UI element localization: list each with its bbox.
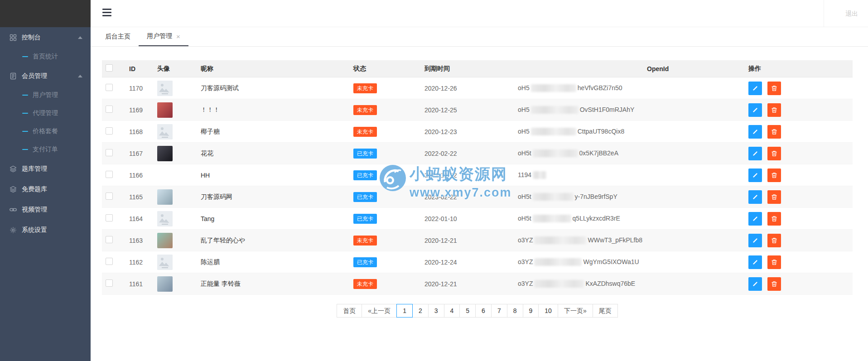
nickname: 乱了年轻的心や xyxy=(201,236,353,245)
openid-value: o3YZWgYmG5IXOWa1U xyxy=(518,258,748,266)
header-openid: OpenId xyxy=(518,65,748,72)
page-button-8[interactable]: 7 xyxy=(491,304,507,318)
edit-button[interactable] xyxy=(748,277,762,291)
delete-button[interactable] xyxy=(767,234,781,247)
delete-button[interactable] xyxy=(767,190,781,204)
row-checkbox[interactable] xyxy=(106,214,113,221)
row-checkbox[interactable] xyxy=(106,149,113,156)
status-badge: 未充卡 xyxy=(353,83,377,93)
page-button-7[interactable]: 6 xyxy=(475,304,492,318)
edit-button[interactable] xyxy=(748,82,762,95)
gear-icon xyxy=(10,226,17,234)
delete-button[interactable] xyxy=(767,277,781,291)
sidebar-item-label: 会员管理 xyxy=(22,72,47,80)
edit-button[interactable] xyxy=(748,212,762,226)
doc-icon xyxy=(10,72,17,80)
edit-button[interactable] xyxy=(748,168,762,182)
delete-button[interactable] xyxy=(767,82,781,95)
user-id: 1167 xyxy=(129,150,157,157)
page-button-1[interactable]: «上一页 xyxy=(362,304,397,318)
page-button-13[interactable]: 尾页 xyxy=(593,304,618,318)
logout-button[interactable]: 退出 xyxy=(845,0,858,27)
row-checkbox[interactable] xyxy=(106,127,113,135)
edit-button[interactable] xyxy=(748,234,762,247)
hamburger-menu-icon[interactable] xyxy=(102,9,112,19)
nickname: 正能量 李铃薇 xyxy=(201,280,353,288)
tab-bar: 后台主页 用户管理 × xyxy=(91,27,868,47)
status-badge: 未充卡 xyxy=(353,279,377,289)
header-avatar: 头像 xyxy=(157,65,201,73)
header-id: ID xyxy=(129,65,157,72)
row-checkbox[interactable] xyxy=(106,106,113,113)
tab-close-icon[interactable]: × xyxy=(176,33,180,40)
delete-button[interactable] xyxy=(767,168,781,182)
expire-date: 2020-12-24 xyxy=(424,259,518,266)
page-button-6[interactable]: 5 xyxy=(459,304,476,318)
user-id: 1161 xyxy=(129,280,157,288)
avatar-placeholder xyxy=(157,124,173,140)
nickname: Tang xyxy=(201,215,353,222)
sidebar-item-6[interactable]: 支付订单 xyxy=(0,140,91,159)
row-checkbox[interactable] xyxy=(106,84,113,91)
edit-button[interactable] xyxy=(748,255,762,269)
select-all-checkbox[interactable] xyxy=(106,64,113,72)
delete-button[interactable] xyxy=(767,125,781,139)
dash-icon xyxy=(22,113,28,114)
row-checkbox[interactable] xyxy=(106,236,113,243)
sidebar-item-0[interactable]: 控制台 xyxy=(0,27,91,48)
page-button-3[interactable]: 2 xyxy=(412,304,429,318)
user-id: 1165 xyxy=(129,193,157,201)
edit-button[interactable] xyxy=(748,103,762,117)
redacted-blur xyxy=(534,258,582,266)
delete-button[interactable] xyxy=(767,255,781,269)
page-button-10[interactable]: 9 xyxy=(523,304,539,318)
row-checkbox[interactable] xyxy=(106,258,113,265)
expire-date: 2023-02-22 xyxy=(424,193,518,201)
delete-button[interactable] xyxy=(767,212,781,226)
sidebar-item-5[interactable]: 价格套餐 xyxy=(0,122,91,140)
tab-dashboard[interactable]: 后台主页 xyxy=(97,27,139,46)
sidebar-item-9[interactable]: 视频管理 xyxy=(0,199,91,220)
page-button-0[interactable]: 首页 xyxy=(337,304,362,318)
sidebar-item-label: 首页统计 xyxy=(33,53,58,61)
table-row: 1169 ！！！ 未充卡 2020-12-25 oH5OvStH1F0mRJAh… xyxy=(102,99,853,121)
sidebar-item-7[interactable]: 题库管理 xyxy=(0,159,91,179)
tab-user-management[interactable]: 用户管理 × xyxy=(139,27,188,46)
expire-date: 2022-01-10 xyxy=(424,215,518,222)
row-checkbox[interactable] xyxy=(106,171,113,178)
page-button-11[interactable]: 10 xyxy=(538,304,558,318)
page-button-9[interactable]: 8 xyxy=(507,304,523,318)
page-button-12[interactable]: 下一页» xyxy=(558,304,593,318)
sidebar-item-10[interactable]: 系统设置 xyxy=(0,220,91,240)
sidebar-item-3[interactable]: 用户管理 xyxy=(0,86,91,104)
openid-value: oH5OvStH1F0mRJAhY xyxy=(518,106,748,114)
delete-button[interactable] xyxy=(767,147,781,160)
user-id: 1162 xyxy=(129,259,157,266)
page-button-2[interactable]: 1 xyxy=(396,304,413,318)
edit-button[interactable] xyxy=(748,125,762,139)
row-checkbox[interactable] xyxy=(106,193,113,200)
redacted-blur xyxy=(534,236,586,244)
redacted-blur xyxy=(533,149,578,157)
status-badge: 已充卡 xyxy=(353,214,377,224)
row-checkbox[interactable] xyxy=(106,279,113,287)
page-button-5[interactable]: 4 xyxy=(444,304,460,318)
user-id: 1164 xyxy=(129,215,157,222)
user-table: ID 头像 昵称 状态 到期时间 OpenId 操作 1170 刀客源码测试 未… xyxy=(102,60,853,295)
sidebar-item-1[interactable]: 首页统计 xyxy=(0,48,91,66)
sidebar-item-label: 控制台 xyxy=(22,34,41,42)
status-badge: 已充卡 xyxy=(353,149,377,159)
header-expire: 到期时间 xyxy=(424,65,518,73)
sidebar-item-4[interactable]: 代理管理 xyxy=(0,104,91,122)
redacted-blur xyxy=(534,280,584,288)
sidebar-item-label: 用户管理 xyxy=(33,91,58,99)
edit-button[interactable] xyxy=(748,190,762,204)
sidebar-item-2[interactable]: 会员管理 xyxy=(0,66,91,86)
sidebar-item-8[interactable]: 免费题库 xyxy=(0,179,91,199)
status-badge: 未充卡 xyxy=(353,105,377,115)
dash-icon xyxy=(22,95,28,96)
page-button-4[interactable]: 3 xyxy=(428,304,444,318)
edit-button[interactable] xyxy=(748,147,762,160)
delete-button[interactable] xyxy=(767,103,781,117)
avatar xyxy=(157,146,173,161)
